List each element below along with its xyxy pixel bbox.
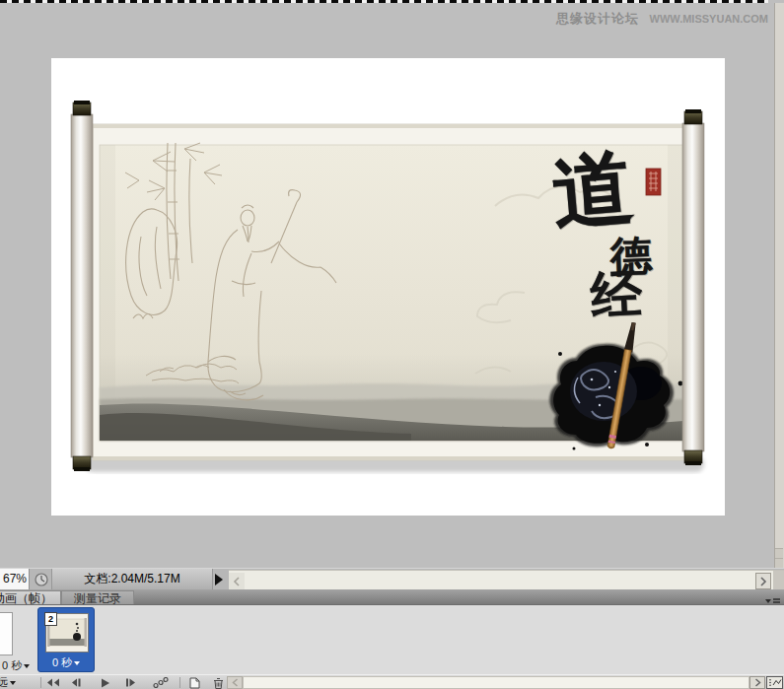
- loop-dropdown-icon[interactable]: [10, 681, 16, 685]
- tab-measurement-log[interactable]: 测量记录: [61, 590, 134, 605]
- first-frame-button[interactable]: [44, 677, 62, 688]
- panel-menu-icon[interactable]: [765, 593, 781, 602]
- scroll-down-button[interactable]: [775, 558, 783, 568]
- frame-1-thumbnail[interactable]: [0, 612, 13, 655]
- delete-frame-button[interactable]: [209, 677, 227, 688]
- divider: [179, 677, 180, 688]
- loop-option-dropdown[interactable]: 永远: [0, 675, 16, 689]
- status-flyout-arrow-icon[interactable]: [215, 574, 223, 586]
- scroll-left-button[interactable]: [229, 573, 245, 589]
- scroll-right-button[interactable]: [755, 573, 771, 589]
- frame-1-delay[interactable]: 0 秒: [2, 658, 30, 673]
- frame-1-delay-value: 0 秒: [2, 659, 22, 671]
- frame-2-delay[interactable]: 0 秒: [38, 655, 94, 670]
- frame-1-delay-dropdown-icon[interactable]: [24, 664, 30, 668]
- new-frame-button[interactable]: [185, 677, 203, 688]
- divider: [40, 677, 41, 688]
- calligraphy-char-jing: 经: [590, 268, 644, 322]
- watermark-site-url: WWW.MISSYUAN.COM: [650, 13, 768, 25]
- horizontal-scrollbar[interactable]: [229, 570, 784, 590]
- watermark-site-name: 思缘设计论坛: [556, 11, 639, 26]
- watermark: 思缘设计论坛 WWW.MISSYUAN.COM: [556, 10, 768, 28]
- panel-tab-bar: 动画（帧） 测量记录: [0, 589, 784, 605]
- canvas-viewport[interactable]: 思缘设计论坛 WWW.MISSYUAN.COM: [0, 0, 784, 568]
- play-button[interactable]: [97, 677, 114, 688]
- calligraphy-char-dao: 道: [549, 146, 637, 234]
- scroll-roller-right: [682, 109, 704, 465]
- convert-to-timeline-button[interactable]: [766, 676, 783, 689]
- tween-button[interactable]: [150, 677, 172, 688]
- scroll-up-button[interactable]: [775, 548, 783, 558]
- document-size-info[interactable]: 文档:2.04M/5.17M: [51, 569, 213, 590]
- timeline-scroll-left-button[interactable]: [227, 676, 243, 689]
- timeline-scrollbar-track[interactable]: [243, 676, 749, 689]
- animation-frames-panel: 0 秒 2 0 秒: [0, 605, 784, 674]
- timeline-scroll-right-button[interactable]: [749, 676, 765, 689]
- timer-icon: [34, 572, 49, 587]
- frame-2-delay-value: 0 秒: [52, 656, 72, 668]
- loop-option-value: 永远: [0, 676, 8, 688]
- scroll-roller-left: [71, 101, 93, 471]
- frame-2-selected[interactable]: 2 0 秒: [37, 607, 95, 672]
- status-bar: 67% 文档:2.04M/5.17M: [0, 568, 784, 589]
- frame-2-number-badge: 2: [44, 612, 57, 626]
- scrollbar-corner: [773, 571, 784, 591]
- tab-animation-frames[interactable]: 动画（帧）: [0, 590, 61, 605]
- frame-2-delay-dropdown-icon[interactable]: [74, 661, 80, 665]
- previous-frame-button[interactable]: [67, 677, 85, 688]
- vertical-scrollbar[interactable]: [774, 3, 784, 568]
- document-canvas[interactable]: 道 德 经: [51, 58, 725, 516]
- red-seal: [646, 169, 661, 195]
- selection-marching-ants: [0, 0, 768, 3]
- zoom-level-field[interactable]: 67%: [0, 569, 30, 590]
- photoshop-workspace: 思缘设计论坛 WWW.MISSYUAN.COM: [0, 0, 784, 689]
- next-frame-button[interactable]: [122, 677, 140, 688]
- animation-controls-bar: 永远: [0, 674, 784, 689]
